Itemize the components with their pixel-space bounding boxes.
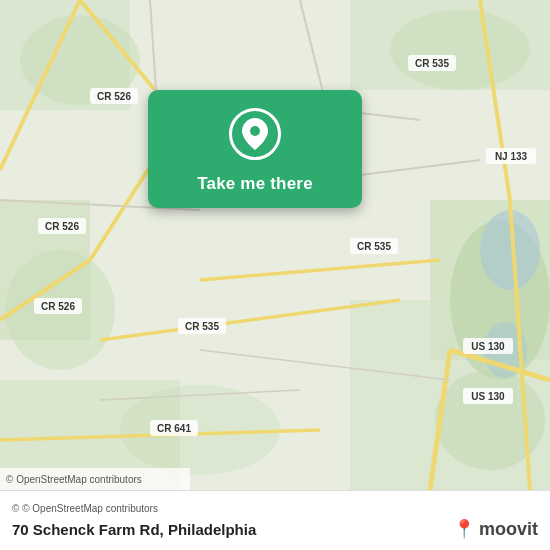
attribution: © © OpenStreetMap contributors [12, 503, 538, 514]
bottom-bar: © © OpenStreetMap contributors 70 Schenc… [0, 490, 550, 550]
map-background: CR 526 CR 526 CR 526 CR 535 CR 535 CR 53… [0, 0, 550, 490]
location-card: Take me there [148, 90, 362, 208]
svg-text:CR 526: CR 526 [41, 301, 75, 312]
address-text: 70 Schenck Farm Rd, Philadelphia [12, 521, 256, 538]
attribution-text: © OpenStreetMap contributors [22, 503, 158, 514]
svg-text:US 130: US 130 [471, 341, 505, 352]
svg-text:CR 535: CR 535 [185, 321, 219, 332]
address-row: 70 Schenck Farm Rd, Philadelphia 📍 moovi… [12, 518, 538, 540]
map-container: CR 526 CR 526 CR 526 CR 535 CR 535 CR 53… [0, 0, 550, 490]
attribution-icon: © [12, 503, 19, 514]
moovit-pin-icon: 📍 [453, 518, 475, 540]
svg-point-55 [250, 126, 260, 136]
moovit-logo: 📍 moovit [453, 518, 538, 540]
svg-text:CR 641: CR 641 [157, 423, 191, 434]
svg-point-8 [390, 10, 530, 90]
svg-text:CR 535: CR 535 [415, 58, 449, 69]
svg-text:NJ 133: NJ 133 [495, 151, 528, 162]
map-pin-icon [242, 118, 268, 150]
svg-text:CR 535: CR 535 [357, 241, 391, 252]
pin-icon-container [229, 108, 281, 160]
moovit-brand-text: moovit [479, 519, 538, 540]
svg-text:© OpenStreetMap contributors: © OpenStreetMap contributors [6, 474, 142, 485]
svg-text:CR 526: CR 526 [97, 91, 131, 102]
svg-text:US 130: US 130 [471, 391, 505, 402]
take-me-there-button[interactable]: Take me there [197, 174, 313, 194]
svg-text:CR 526: CR 526 [45, 221, 79, 232]
